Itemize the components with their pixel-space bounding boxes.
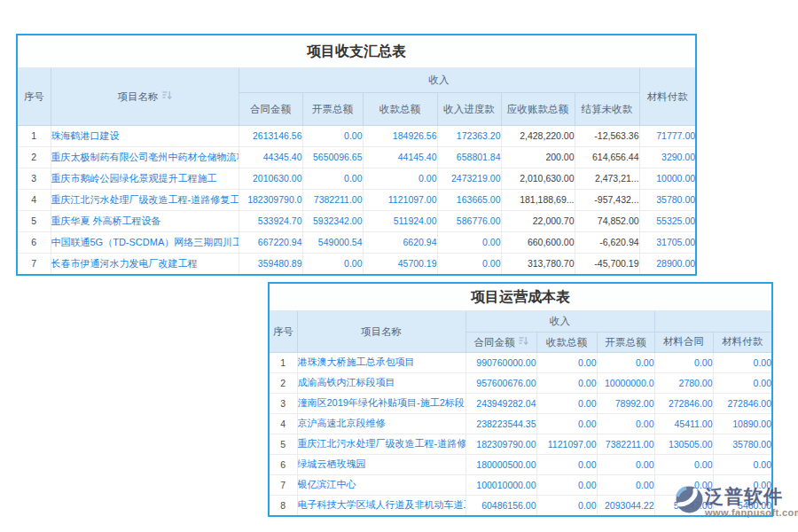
value-cell: 22,000.70: [501, 210, 575, 231]
value-cell[interactable]: 511924.00: [363, 210, 437, 231]
value-cell[interactable]: 1121097.00: [536, 434, 597, 454]
project-name-link[interactable]: 重庆太极制药有限公司亳州中药材仓储物流项目: [51, 146, 239, 168]
value-cell[interactable]: 100010000.00: [466, 474, 536, 495]
value-cell[interactable]: 0.00: [536, 474, 597, 495]
value-cell[interactable]: 0.00: [654, 454, 713, 474]
project-name-link[interactable]: 银亿滨江中心: [297, 474, 466, 495]
value-cell: 313,780.70: [501, 253, 575, 274]
value-cell[interactable]: 7382211.00: [302, 189, 363, 210]
value-cell[interactable]: 31705.00: [639, 231, 695, 253]
value-cell[interactable]: 5932342.00: [302, 210, 363, 231]
value-cell[interactable]: 0.00: [713, 372, 771, 393]
value-cell[interactable]: 182309790.0: [239, 189, 302, 210]
value-cell[interactable]: 45700.19: [363, 253, 437, 274]
value-cell[interactable]: 71777.00: [639, 125, 695, 146]
value-cell[interactable]: 2473219.00: [437, 168, 501, 189]
project-name-link[interactable]: 电子科技大学区域人行道及非机动车道工程: [297, 495, 466, 515]
value-cell[interactable]: 238223544.35: [466, 413, 536, 434]
value-cell[interactable]: 0.00: [302, 125, 363, 146]
value-cell[interactable]: 0.00: [536, 393, 597, 413]
project-name-link[interactable]: 中国联通5G（TD-SCDMA）网络三期四川工程: [51, 231, 239, 253]
project-name-link[interactable]: 潼南区2019年绿化补贴项目-施工2标段: [297, 393, 466, 413]
value-cell[interactable]: 658801.84: [437, 146, 501, 168]
seq-cell: 2: [18, 146, 51, 168]
value-cell[interactable]: 0.00: [536, 413, 597, 434]
seq-cell: 3: [270, 393, 297, 413]
project-name-link[interactable]: 珠海鹤港口建设: [51, 125, 239, 146]
value-cell[interactable]: 0.00: [536, 372, 597, 393]
project-name-link[interactable]: 重庆华夏 外高桥工程设备: [51, 210, 239, 231]
value-cell[interactable]: 2093044.22: [597, 495, 654, 515]
value-cell[interactable]: 44345.40: [239, 146, 302, 168]
project-name-link[interactable]: 重庆江北污水处理厂级改造工程-道路修复工程: [51, 189, 239, 210]
project-name-link[interactable]: 重庆市鹅岭公园绿化景观提升工程施工: [51, 168, 239, 189]
value-cell[interactable]: 359480.89: [239, 253, 302, 274]
value-cell[interactable]: 10000000.0: [597, 372, 654, 393]
value-cell[interactable]: 7382211.00: [597, 434, 654, 454]
value-cell[interactable]: 180000500.00: [466, 454, 536, 474]
value-cell[interactable]: 0.00: [302, 168, 363, 189]
value-cell: 2,010,630.00: [501, 168, 575, 189]
value-cell[interactable]: 272846.00: [713, 393, 771, 413]
value-cell[interactable]: 1121097.00: [363, 189, 437, 210]
value-cell[interactable]: 0.00: [536, 495, 597, 515]
value-cell[interactable]: 45411.00: [654, 413, 713, 434]
value-cell[interactable]: 957600676.00: [466, 372, 536, 393]
value-cell[interactable]: 3290.00: [639, 146, 695, 168]
column-header: 材料付款: [639, 68, 695, 125]
value-cell[interactable]: 2613146.56: [239, 125, 302, 146]
value-cell[interactable]: 184926.56: [363, 125, 437, 146]
value-cell[interactable]: 44145.40: [363, 146, 437, 168]
value-cell[interactable]: 35780.00: [639, 189, 695, 210]
value-cell[interactable]: 586776.00: [437, 210, 501, 231]
value-cell[interactable]: 0.00: [654, 352, 713, 372]
value-cell[interactable]: 549000.54: [302, 231, 363, 253]
sort-icon[interactable]: [162, 90, 172, 103]
table-row: 7长春市伊通河水力发电厂改建工程359480.890.0045700.190.0…: [18, 253, 695, 274]
value-cell[interactable]: 35780.00: [713, 434, 771, 454]
value-cell[interactable]: 55325.00: [639, 210, 695, 231]
value-cell[interactable]: 0.00: [597, 474, 654, 495]
value-cell[interactable]: 6620.94: [363, 231, 437, 253]
value-cell[interactable]: 10890.00: [713, 413, 771, 434]
value-cell[interactable]: 0.00: [437, 231, 501, 253]
project-name-link[interactable]: 长春市伊通河水力发电厂改建工程: [51, 253, 239, 274]
value-cell[interactable]: 172363.20: [437, 125, 501, 146]
value-cell[interactable]: 243949282.04: [466, 393, 536, 413]
value-cell[interactable]: 0.00: [363, 168, 437, 189]
value-cell[interactable]: 0.00: [437, 253, 501, 274]
value-cell[interactable]: 182309790.00: [466, 434, 536, 454]
value-cell[interactable]: 60486156.00: [466, 495, 536, 515]
value-cell[interactable]: 2780.00: [654, 372, 713, 393]
project-name-link[interactable]: 重庆江北污水处理厂级改造工程-道路修复工程: [297, 434, 466, 454]
value-cell[interactable]: 78992.00: [597, 393, 654, 413]
project-name-link[interactable]: 绿城云栖玫瑰园: [297, 454, 466, 474]
value-cell[interactable]: 0.00: [536, 454, 597, 474]
value-cell[interactable]: 0.00: [536, 352, 597, 372]
column-header-label: 合同金额: [474, 336, 515, 348]
project-name-link[interactable]: 京沪高速北京段维修: [297, 413, 466, 434]
value-cell[interactable]: 533924.70: [239, 210, 302, 231]
value-cell[interactable]: 272846.00: [654, 393, 713, 413]
value-cell[interactable]: 990760000.00: [466, 352, 536, 372]
value-cell[interactable]: 0.00: [597, 413, 654, 434]
value-cell[interactable]: 0.00: [597, 454, 654, 474]
sort-icon[interactable]: [519, 336, 528, 348]
value-cell[interactable]: 5650096.65: [302, 146, 363, 168]
value-cell: -12,563.36: [575, 125, 639, 146]
value-cell[interactable]: 0.00: [713, 352, 771, 372]
project-name-link[interactable]: 港珠澳大桥施工总承包项目: [297, 352, 466, 372]
value-cell[interactable]: 163665.00: [437, 189, 501, 210]
value-cell[interactable]: 28900.00: [639, 253, 695, 274]
value-cell[interactable]: 130505.00: [654, 434, 713, 454]
value-cell[interactable]: 0.00: [713, 454, 771, 474]
value-cell: 614,656.44: [575, 146, 639, 168]
value-cell[interactable]: 667220.94: [239, 231, 302, 253]
project-name-link[interactable]: 成渝高铁内江标段项目: [297, 372, 466, 393]
value-cell[interactable]: 0.00: [302, 253, 363, 274]
table-row: 4京沪高速北京段维修238223544.350.000.0045411.0010…: [270, 413, 771, 434]
value-cell[interactable]: 0.00: [597, 352, 654, 372]
value-cell[interactable]: 2010630.00: [239, 168, 302, 189]
value-cell[interactable]: 10000.00: [639, 168, 695, 189]
table-row: 2成渝高铁内江标段项目957600676.000.0010000000.0278…: [270, 372, 771, 393]
